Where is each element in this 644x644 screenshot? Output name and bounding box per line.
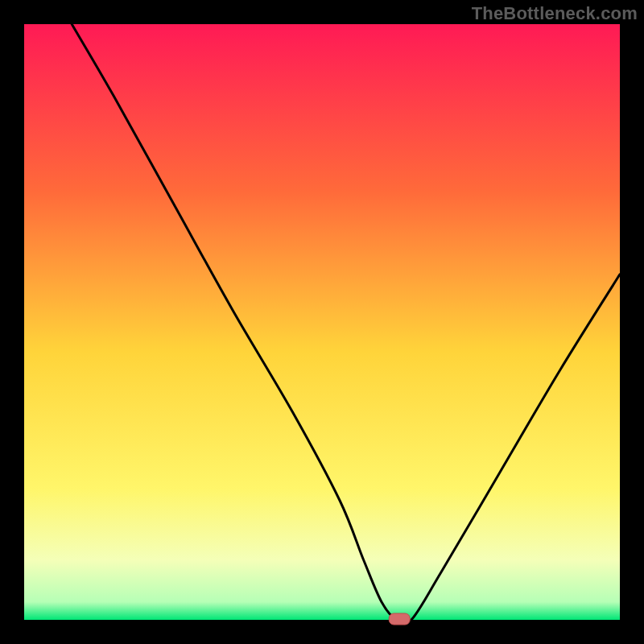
plot-area (24, 24, 620, 620)
bottleneck-chart (0, 0, 644, 644)
attribution-label: TheBottleneck.com (472, 3, 638, 24)
chart-container: TheBottleneck.com (0, 0, 644, 644)
optimal-marker (389, 613, 410, 625)
